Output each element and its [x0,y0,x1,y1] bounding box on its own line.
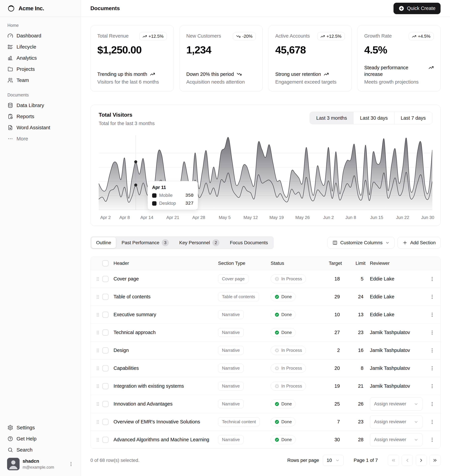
target-value[interactable]: 20 [321,366,342,371]
limit-value[interactable]: 8 [342,366,366,371]
ellipsis-vertical-icon[interactable] [429,419,435,425]
sidebar-item-word-assistant[interactable]: Word Assistant [4,122,77,133]
target-value[interactable]: 25 [321,401,342,407]
select-all-checkbox[interactable] [102,260,108,266]
target-value[interactable]: 30 [321,437,342,442]
assign-reviewer-select[interactable]: Assign reviewer [370,415,422,429]
grip-icon[interactable] [95,366,100,371]
ellipsis-vertical-icon[interactable] [429,366,435,371]
target-value[interactable]: 10 [321,312,342,317]
ellipsis-vertical-icon[interactable] [68,461,74,467]
sidebar-item-data-library[interactable]: Data Library [4,100,77,111]
ellipsis-vertical-icon[interactable] [429,437,435,442]
tab-focus-documents[interactable]: Focus Documents [225,237,273,248]
row-checkbox[interactable] [102,294,108,300]
tab-past-performance[interactable]: Past Performance3 [117,237,174,248]
first-page-button[interactable] [388,455,399,466]
row-checkbox[interactable] [102,276,108,282]
assign-reviewer-select[interactable]: Assign reviewer [370,433,422,446]
limit-value[interactable]: 23 [342,330,366,335]
column-header: Section Type [218,261,271,266]
grip-icon[interactable] [95,437,100,442]
row-header[interactable]: Cover page [113,276,218,282]
ellipsis-vertical-icon[interactable] [429,276,435,282]
row-checkbox[interactable] [102,365,108,371]
grip-icon[interactable] [95,384,100,389]
sidebar-item-get-help[interactable]: Get Help [4,433,77,444]
sidebar-item-settings[interactable]: Settings [4,422,77,433]
rows-per-page-select[interactable]: 10 [323,455,343,466]
grip-icon[interactable] [95,276,100,281]
row-header[interactable]: Table of contents [113,294,218,300]
row-checkbox[interactable] [102,383,108,389]
target-value[interactable]: 27 [321,330,342,335]
assign-reviewer-select[interactable]: Assign reviewer [370,397,422,411]
row-checkbox[interactable] [102,419,108,425]
sidebar-item-projects[interactable]: Projects [4,64,77,75]
target-value[interactable]: 19 [321,383,342,389]
grip-icon[interactable] [95,401,100,406]
limit-value[interactable]: 26 [342,401,366,407]
quick-create-button[interactable]: Quick Create [393,3,441,14]
row-header[interactable]: Innovation and Advantages [113,401,218,407]
grip-icon[interactable] [95,294,100,299]
toolbar: OutlinePast Performance3Key Personnel2Fo… [90,236,441,249]
sidebar-item-reports[interactable]: Reports [4,111,77,122]
range-option-last-7-days[interactable]: Last 7 days [394,112,432,124]
row-checkbox[interactable] [102,437,108,443]
sidebar-header[interactable]: Acme Inc. [0,0,81,17]
row-header[interactable]: Design [113,348,218,353]
row-header[interactable]: Advanced Algorithms and Machine Learning [113,437,218,442]
ellipsis-vertical-icon[interactable] [429,330,435,335]
row-header[interactable]: Executive summary [113,312,218,317]
sidebar-item-more[interactable]: More [4,133,77,144]
row-header[interactable]: Integration with existing systems [113,383,218,389]
ellipsis-vertical-icon[interactable] [429,312,435,317]
sidebar-item-search[interactable]: Search [4,444,77,455]
grip-icon[interactable] [95,312,100,317]
grip-icon[interactable] [95,348,100,353]
limit-value[interactable]: 24 [342,294,366,300]
target-value[interactable]: 18 [321,276,342,282]
sidebar-item-team[interactable]: Team [4,75,77,86]
target-value[interactable]: 7 [321,419,342,425]
row-header[interactable]: Overview of EMR's Innovative Solutions [113,419,218,425]
chart-area[interactable]: Apr 11Mobile350Desktop327 [99,133,432,210]
ellipsis-vertical-icon[interactable] [429,401,435,407]
limit-value[interactable]: 21 [342,383,366,389]
range-option-last-3-months[interactable]: Last 3 months [310,112,353,124]
target-value[interactable]: 2 [321,348,342,353]
row-header[interactable]: Technical approach [113,330,218,335]
last-page-button[interactable] [429,455,441,466]
sidebar-item-lifecycle[interactable]: Lifecycle [4,41,77,52]
ellipsis-vertical-icon[interactable] [429,294,435,300]
row-checkbox[interactable] [102,312,108,318]
limit-value[interactable]: 5 [342,276,366,282]
add-section-button[interactable]: Add Section [397,237,441,249]
target-value[interactable]: 29 [321,294,342,300]
sidebar-item-dashboard[interactable]: Dashboard [4,30,77,41]
tab-outline[interactable]: Outline [91,237,116,248]
tab-key-personnel[interactable]: Key Personnel2 [175,237,224,248]
ellipsis-vertical-icon[interactable] [429,383,435,389]
row-checkbox[interactable] [102,347,108,354]
grip-icon[interactable] [95,330,100,335]
user-row[interactable]: shadcn m@example.com [4,455,77,473]
customize-columns-button[interactable]: Customize Columns [328,237,395,249]
range-option-last-30-days[interactable]: Last 30 days [353,112,394,124]
row-header[interactable]: Capabilities [113,366,218,371]
next-page-button[interactable] [416,455,427,466]
chart-bar-icon [7,55,13,61]
limit-value[interactable]: 23 [342,419,366,425]
chart-subtitle: Total for the last 3 months [99,121,155,126]
limit-value[interactable]: 16 [342,348,366,353]
ellipsis-vertical-icon[interactable] [429,348,435,353]
row-checkbox[interactable] [102,401,108,407]
previous-page-button[interactable] [402,455,413,466]
limit-value[interactable]: 13 [342,312,366,317]
sidebar-item-analytics[interactable]: Analytics [4,52,77,64]
stat-card: Active Accounts+12.5%45,678Strong user r… [268,25,352,91]
limit-value[interactable]: 28 [342,437,366,442]
grip-icon[interactable] [95,419,100,424]
row-checkbox[interactable] [102,330,108,336]
